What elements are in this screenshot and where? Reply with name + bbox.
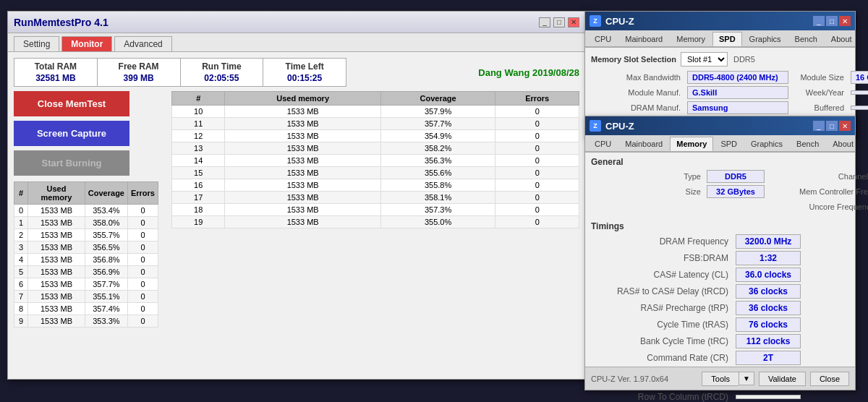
cpuz-spd-nav-graphics[interactable]: Graphics xyxy=(743,32,788,46)
cpuz-spd-maximize[interactable]: □ xyxy=(826,16,838,26)
table-cell: 0 xyxy=(127,205,158,217)
uncore-row: Uncore Frequency 3600.0 MHz xyxy=(779,200,868,213)
col-err: Errors xyxy=(127,182,158,205)
table-cell: 5 xyxy=(14,266,28,278)
table-cell: 0 xyxy=(127,291,158,303)
table-cell: 8 xyxy=(14,303,28,315)
table-cell: 357.3% xyxy=(380,204,495,216)
cpuz-mem-nav-bench[interactable]: Bench xyxy=(790,137,825,151)
channel-label: Channel # xyxy=(779,172,868,181)
table-cell: 1 xyxy=(14,217,28,229)
cpuz-mem-nav-mainboard[interactable]: Mainboard xyxy=(618,137,669,151)
table-row: 151533 MB355.6%0 xyxy=(172,167,579,179)
table-cell: 357.4% xyxy=(85,303,127,315)
slot-select-label: Memory Slot Selection xyxy=(591,55,676,64)
table-cell: 0 xyxy=(127,278,158,291)
slot-select[interactable]: Slot #1 xyxy=(681,52,728,67)
table-row: 131533 MB358.2%0 xyxy=(172,142,579,155)
ras-cas-label: RAS# to CAS# Delay (tRCD) xyxy=(591,286,736,296)
table-cell: 9 xyxy=(14,315,28,328)
table-cell: 1533 MB xyxy=(28,291,85,303)
time-left-value: 00:15:25 xyxy=(265,73,344,83)
table-cell: 0 xyxy=(495,106,579,118)
table-cell: 0 xyxy=(127,266,158,278)
table-cell: 357.7% xyxy=(85,278,127,291)
general-right: Channel # Quad Mem Controller Freq. 1600… xyxy=(779,170,868,215)
minimize-button[interactable]: _ xyxy=(539,17,550,27)
close-button[interactable]: ✕ xyxy=(568,17,579,27)
col-num: # xyxy=(14,182,28,205)
cpuz-memory-close[interactable]: ✕ xyxy=(839,121,851,131)
table-cell: 6 xyxy=(14,278,28,291)
cpuz-memory-title: Z CPU-Z xyxy=(590,120,634,132)
table-cell: 1533 MB xyxy=(225,179,380,192)
row-col-value xyxy=(736,395,801,399)
memtest-header-row: Total RAM 32581 MB Free RAM 399 MB Run T… xyxy=(14,58,579,87)
table-cell: 1533 MB xyxy=(225,155,380,167)
table-row: 11533 MB358.0%0 xyxy=(14,217,158,229)
buffered-label: Buffered xyxy=(791,103,848,112)
table-cell: 1533 MB xyxy=(28,278,85,291)
total-ram-stat: Total RAM 32581 MB xyxy=(14,59,98,86)
cpuz-mem-nav-about[interactable]: About xyxy=(826,137,860,151)
table-cell: 3 xyxy=(14,241,28,254)
table-row: 161533 MB355.8%0 xyxy=(172,179,579,192)
cpuz-spd-close[interactable]: ✕ xyxy=(839,16,851,26)
module-size-value: 16 GBytes xyxy=(851,71,868,84)
table-cell: 16 xyxy=(172,179,225,192)
table-row: 71533 MB355.1%0 xyxy=(14,291,158,303)
table-cell: 1533 MB xyxy=(28,315,85,328)
bank-label: Bank Cycle Time (tRC) xyxy=(591,336,736,346)
footer-close-button[interactable]: Close xyxy=(810,372,849,386)
cpuz-mem-nav-cpu[interactable]: CPU xyxy=(588,137,618,151)
cpuz-mem-nav-graphics[interactable]: Graphics xyxy=(744,137,789,151)
cycle-label: Cycle Time (tRAS) xyxy=(591,320,736,330)
cpuz-memory-minimize[interactable]: _ xyxy=(813,121,825,131)
cpuz-spd-nav-memory[interactable]: Memory xyxy=(670,32,712,46)
cpuz-spd-title: Z CPU-Z xyxy=(590,15,634,27)
cpuz-memory-icon: Z xyxy=(590,120,601,132)
cpuz-memory-controls: _ □ ✕ xyxy=(813,121,851,131)
cpuz-spd-nav-cpu[interactable]: CPU xyxy=(588,32,618,46)
cpuz-spd-nav-bench[interactable]: Bench xyxy=(788,32,824,46)
close-memtest-button[interactable]: Close MemTest xyxy=(14,91,129,116)
maximize-button[interactable]: □ xyxy=(553,17,565,27)
cpuz-mem-nav-memory[interactable]: Memory xyxy=(670,137,713,151)
cpuz-spd-nav-mainboard[interactable]: Mainboard xyxy=(618,32,669,46)
memtest-left-panel: Close MemTest Screen Capture Start Burni… xyxy=(14,91,166,328)
table-cell: 0 xyxy=(495,179,579,192)
table-cell: 357.9% xyxy=(380,106,495,118)
memtest-content: Total RAM 32581 MB Free RAM 399 MB Run T… xyxy=(8,52,585,333)
right-memory-table: # Used memory Coverage Errors 101533 MB3… xyxy=(171,91,579,228)
table-row: 181533 MB357.3%0 xyxy=(172,204,579,216)
tab-setting[interactable]: Setting xyxy=(14,36,59,51)
tools-button[interactable]: Tools xyxy=(702,372,739,386)
table-cell: 1533 MB xyxy=(225,142,380,155)
size-value: 32 GBytes xyxy=(707,185,765,198)
table-cell: 0 xyxy=(495,118,579,130)
cpuz-version: CPU-Z Ver. 1.97.0x64 xyxy=(591,375,697,383)
module-size-label: Module Size xyxy=(791,73,848,82)
cpuz-spd-nav-spd[interactable]: SPD xyxy=(712,32,742,46)
cpuz-memory-maximize[interactable]: □ xyxy=(826,121,838,131)
cpuz-memory-nav: CPU Mainboard Memory SPD Graphics Bench … xyxy=(585,135,855,153)
validate-button[interactable]: Validate xyxy=(759,372,806,386)
tools-dropdown-arrow[interactable]: ▼ xyxy=(739,372,754,385)
table-row: 91533 MB353.3%0 xyxy=(14,315,158,328)
run-time-label: Run Time xyxy=(182,61,262,72)
cpuz-spd-nav-about[interactable]: About xyxy=(825,32,859,46)
tools-dropdown: Tools ▼ xyxy=(702,372,754,386)
row-col-label: Row To Column (tRCD) xyxy=(591,392,736,402)
cpuz-spd-minimize[interactable]: _ xyxy=(813,16,825,26)
col-cov: Coverage xyxy=(85,182,127,205)
cpuz-mem-nav-spd[interactable]: SPD xyxy=(714,137,744,151)
run-time-value: 02:05:55 xyxy=(182,73,262,83)
tab-advanced[interactable]: Advanced xyxy=(114,36,171,51)
screen-capture-button[interactable]: Screen Capture xyxy=(14,121,129,146)
slot-select-row: Memory Slot Selection Slot #1 DDR5 xyxy=(591,52,849,67)
start-burning-button[interactable]: Start Burning xyxy=(14,150,129,176)
dram-manuf-value: Samsung xyxy=(687,101,788,114)
memtest-title: RunMemtestPro 4.1 xyxy=(14,17,109,28)
table-row: 21533 MB355.7%0 xyxy=(14,229,158,241)
tab-monitor[interactable]: Monitor xyxy=(61,36,112,51)
